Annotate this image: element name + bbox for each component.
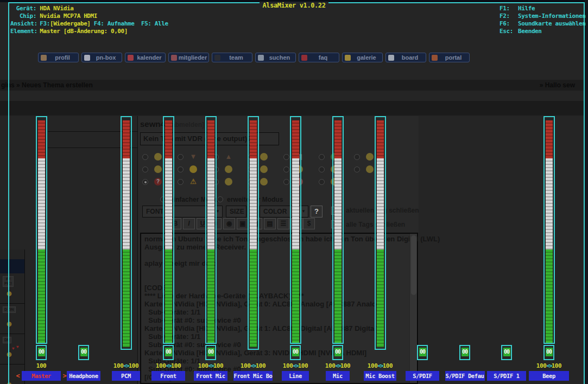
- channel-value: 100<>100: [271, 362, 320, 369]
- info-value: [Wiedergabe]: [50, 20, 91, 27]
- post-icon-radio[interactable]: [178, 167, 184, 172]
- channel-label-pcm: PCM: [112, 371, 140, 381]
- quote-button[interactable]: ▤: [264, 218, 276, 229]
- gallery-icon: [345, 55, 351, 61]
- confused-smiley[interactable]: [154, 153, 162, 161]
- value-right: 100: [298, 362, 308, 369]
- dollar-button[interactable]: $: [303, 218, 315, 229]
- post-icon-radio[interactable]: [283, 167, 289, 172]
- idea-bulb-icon[interactable]: [189, 165, 197, 173]
- bar-green-segment: [546, 249, 553, 343]
- bar-green-segment: [38, 249, 45, 343]
- value-separator: <>: [208, 362, 213, 369]
- volume-bar-mic-boost: [375, 116, 386, 350]
- nav-button-team[interactable]: team: [212, 53, 252, 62]
- thumb-down-icon[interactable]: ▼: [189, 153, 197, 161]
- channel-label-front-mic: Front Mic: [194, 371, 227, 381]
- bigsmile-smiley[interactable]: [366, 165, 374, 173]
- channel-label-line: Line: [282, 371, 309, 381]
- post-icon-radio[interactable]: [319, 179, 325, 185]
- sidebar-cell: FFPIC!☻: [0, 273, 24, 304]
- tongue-smiley[interactable]: [260, 178, 268, 185]
- help-key: F6:: [500, 20, 518, 27]
- bar-red-segment: [334, 120, 342, 158]
- question-icon[interactable]: ?: [154, 178, 162, 185]
- post-text-line: Sub-Gerät #0: subdevice #0: [144, 341, 241, 349]
- sad-blue-smiley[interactable]: [260, 153, 268, 161]
- help-text: Hilfe: [518, 5, 535, 12]
- post-icon-radio[interactable]: [319, 154, 325, 160]
- nav-button-kalender[interactable]: kalender: [125, 53, 166, 62]
- post-icon-radio[interactable]: [178, 179, 184, 185]
- nav-button-label: pn-box: [90, 54, 122, 61]
- heart-icon: ♥: [16, 344, 19, 349]
- nav-button-suchen[interactable]: suchen: [255, 53, 296, 62]
- post-icon-radio[interactable]: [354, 167, 360, 172]
- link-button[interactable]: ◉: [223, 218, 235, 229]
- switch-state: 00: [419, 348, 426, 356]
- wink-smiley[interactable]: [366, 153, 374, 161]
- logout-link[interactable]: [abmelden]: [169, 121, 204, 129]
- channel-value: 100<>100: [144, 362, 193, 369]
- thumb-up-icon[interactable]: ▲: [225, 153, 232, 161]
- channel-label-s-pdif-1: S/PDIF 1: [487, 371, 526, 381]
- value-right: 100: [552, 362, 562, 369]
- italic-button[interactable]: I: [183, 218, 195, 229]
- value-separator: <>: [250, 362, 255, 369]
- channel-label-front: Front: [151, 371, 185, 381]
- post-icon-radio[interactable]: [142, 167, 148, 172]
- nav-button-pn-box[interactable]: pn-box: [81, 53, 122, 62]
- nav-button-faq[interactable]: faq: [299, 53, 339, 62]
- bar-red-segment: [207, 120, 214, 158]
- size-select[interactable]: SIZE: [226, 206, 246, 217]
- value-right: 100: [129, 362, 139, 369]
- nav-button-galerie[interactable]: galerie: [342, 53, 383, 62]
- channel-value: 100<>100: [524, 362, 573, 369]
- window-left-border: [137, 116, 138, 384]
- info-label: Ansicht:: [10, 20, 36, 27]
- scrollbar-thumb[interactable]: [411, 235, 416, 295]
- post-text-line: Ausgang zu meinem Receiver.: [144, 243, 246, 251]
- help-cursor-button[interactable]: ?: [311, 206, 323, 217]
- channel-label-front-mic-bo: Front Mic Bo: [233, 371, 273, 381]
- shocked-smiley[interactable]: [260, 165, 268, 173]
- mute-switch-s-pdif-1: 00: [501, 345, 512, 360]
- extended-mode-radio[interactable]: [217, 196, 223, 202]
- sidebar-cell: D ON☻: [0, 304, 24, 334]
- channel-label-master: Master: [22, 371, 61, 381]
- mute-switch-s-pdif: 00: [417, 345, 428, 360]
- help-row: Esc:Beenden: [500, 28, 542, 35]
- textarea-scrollbar[interactable]: [409, 234, 417, 383]
- post-icon-radio[interactable]: [142, 154, 148, 160]
- post-icon-radio[interactable]: [178, 154, 184, 160]
- radio-dot: [144, 181, 147, 183]
- post-icon-radio[interactable]: [354, 154, 360, 160]
- warning-icon[interactable]: ⚠: [189, 178, 197, 185]
- nav-button-mitglieder[interactable]: mitglieder: [168, 53, 209, 62]
- info-label: Chip:: [10, 12, 36, 20]
- channel-label-s-pdif: S/PDIF: [406, 371, 439, 381]
- nav-button-label: board: [394, 54, 426, 61]
- nav-button-profil[interactable]: profil: [38, 53, 79, 62]
- post-icon-radio[interactable]: [319, 167, 325, 172]
- grin-smiley[interactable]: [225, 178, 232, 185]
- value-right: 100: [340, 362, 351, 369]
- info-value: F3:: [40, 20, 50, 27]
- channel-value: 100<>100: [313, 362, 362, 369]
- bar-white-segment: [207, 158, 214, 249]
- post-icon-radio[interactable]: [283, 154, 289, 160]
- nav-button-board[interactable]: board: [385, 53, 426, 62]
- unsure-smiley[interactable]: [154, 165, 162, 173]
- post-icon-radio[interactable]: [283, 179, 289, 185]
- channel-label-mic-boost: Mic Boost: [364, 371, 396, 381]
- mute-switch-beep: 00: [543, 345, 554, 360]
- color-select[interactable]: COLOR ▼: [260, 206, 308, 217]
- nav-button-portal[interactable]: portal: [429, 53, 470, 62]
- list-button[interactable]: ☰: [277, 218, 289, 229]
- mixer-info-row: Element: Master [dB-Änderung: 0,00]: [10, 28, 128, 35]
- switch-state: 00: [38, 348, 45, 356]
- post-icon-radio[interactable]: [142, 179, 148, 185]
- frown-smiley[interactable]: [225, 165, 232, 173]
- value-left: 100: [113, 362, 124, 369]
- bar-red-segment: [546, 120, 553, 158]
